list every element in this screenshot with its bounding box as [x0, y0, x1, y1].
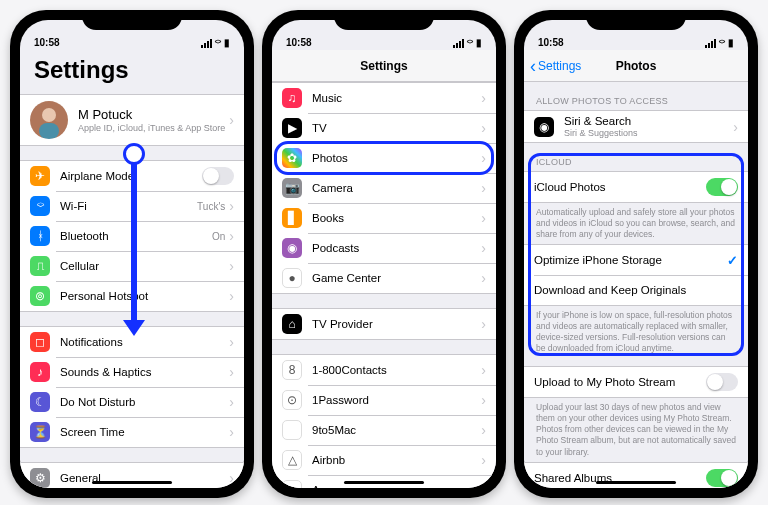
row-label: Bluetooth [60, 230, 212, 242]
1-800contacts-row[interactable]: 81-800Contacts [272, 355, 496, 385]
home-indicator[interactable] [344, 481, 424, 484]
bluetooth-row[interactable]: ᚼBluetoothOn [20, 221, 244, 251]
photos-row[interactable]: ✿Photos [272, 143, 496, 173]
apple-id-row[interactable]: M Potuck Apple ID, iCloud, iTunes & App … [20, 95, 244, 145]
notifications-icon: ◻ [30, 332, 50, 352]
photo-stream-toggle[interactable] [706, 373, 738, 391]
nav-title: Photos [616, 59, 657, 73]
storage-note: If your iPhone is low on space, full-res… [524, 306, 748, 358]
general-icon: ⚙ [30, 468, 50, 488]
sounds-haptics-row[interactable]: ♪Sounds & Haptics [20, 357, 244, 387]
tv-icon: ▶ [282, 118, 302, 138]
download-originals-row[interactable]: Download and Keep Originals [524, 275, 748, 305]
icloud-photos-note: Automatically upload and safely store al… [524, 203, 748, 244]
tvprovider-icon: ⌂ [282, 314, 302, 334]
row-label: Books [312, 212, 481, 224]
toggle[interactable] [202, 167, 234, 185]
tv-row[interactable]: ▶TV [272, 113, 496, 143]
chevron-right-icon [229, 198, 234, 214]
battery-icon: ▮ [728, 37, 734, 48]
row-label: Airplane Mode [60, 170, 202, 182]
row-label: Airbnb [312, 454, 481, 466]
row-label: 1Password [312, 394, 481, 406]
cellular-row[interactable]: ⎍Cellular [20, 251, 244, 281]
profile-name: M Potuck [78, 107, 229, 122]
music-row[interactable]: ♫Music [272, 83, 496, 113]
books-icon: ▋ [282, 208, 302, 228]
chevron-right-icon [481, 240, 486, 256]
chevron-right-icon [229, 288, 234, 304]
game-center-row[interactable]: ●Game Center [272, 263, 496, 293]
books-row[interactable]: ▋Books [272, 203, 496, 233]
home-indicator[interactable] [92, 481, 172, 484]
tv-provider-row[interactable]: ⌂TV Provider [272, 309, 496, 339]
wi-fi-row[interactable]: ⌔Wi-FiTuck's [20, 191, 244, 221]
screen-time-row[interactable]: ⏳Screen Time [20, 417, 244, 447]
general-row[interactable]: ⚙General [20, 463, 244, 488]
chevron-right-icon [229, 228, 234, 244]
chevron-right-icon [481, 210, 486, 226]
status-time: 10:58 [538, 37, 564, 48]
airplane-icon: ✈ [30, 166, 50, 186]
status-time: 10:58 [34, 37, 60, 48]
wifi-icon: ⌔ [719, 37, 725, 48]
airplane-mode-row[interactable]: ✈Airplane Mode [20, 161, 244, 191]
shared-albums-toggle[interactable] [706, 469, 738, 487]
row-label: Notifications [60, 336, 229, 348]
do-not-disturb-row[interactable]: ☾Do Not Disturb [20, 387, 244, 417]
screentime-icon: ⏳ [30, 422, 50, 442]
battery-icon: ▮ [224, 37, 230, 48]
shared-albums-row[interactable]: Shared Albums [524, 463, 748, 488]
personal-hotspot-row[interactable]: ⊚Personal Hotspot [20, 281, 244, 311]
section-header-allow: Allow Photos to Access [524, 82, 748, 110]
nav-title: Settings [360, 59, 407, 73]
siri-icon: ◉ [534, 117, 554, 137]
notifications-row[interactable]: ◻Notifications [20, 327, 244, 357]
signal-icon [453, 39, 464, 48]
home-indicator[interactable] [596, 481, 676, 484]
row-label: Podcasts [312, 242, 481, 254]
chevron-right-icon [481, 150, 486, 166]
photo-stream-note: Upload your last 30 days of new photos a… [524, 398, 748, 461]
chevron-right-icon [229, 470, 234, 486]
phone-3-photos-settings: 10:58 ⌔ ▮ Settings Photos Allow Photos t… [514, 10, 758, 498]
photos-icon: ✿ [282, 148, 302, 168]
amazon-icon: a [282, 480, 302, 488]
chevron-right-icon [229, 112, 234, 128]
back-button[interactable]: Settings [530, 59, 581, 73]
chevron-right-icon [229, 394, 234, 410]
1password-icon: ⊙ [282, 390, 302, 410]
chevron-right-icon [481, 422, 486, 438]
camera-icon: 📷 [282, 178, 302, 198]
podcasts-row[interactable]: ◉Podcasts [272, 233, 496, 263]
row-label: Cellular [60, 260, 229, 272]
chevron-right-icon [481, 392, 486, 408]
phone-1-settings: 10:58 ⌔ ▮ Settings M Potuck Apple ID, iC… [10, 10, 254, 498]
airbnb-icon: △ [282, 450, 302, 470]
siri-search-row[interactable]: ◉ Siri & Search Siri & Suggestions [524, 111, 748, 142]
photo-stream-row[interactable]: Upload to My Photo Stream [524, 367, 748, 397]
optimize-storage-row[interactable]: Optimize iPhone Storage [524, 245, 748, 275]
signal-icon [705, 39, 716, 48]
chevron-right-icon [481, 316, 486, 332]
wifi-icon: ⌔ [215, 37, 221, 48]
airbnb-row[interactable]: △Airbnb [272, 445, 496, 475]
phone-2-settings-apps: 10:58 ⌔ ▮ Settings ♫Music▶TV✿Photos📷Came… [262, 10, 506, 498]
icloud-photos-row[interactable]: iCloud Photos [524, 172, 748, 202]
camera-row[interactable]: 📷Camera [272, 173, 496, 203]
chevron-right-icon [481, 452, 486, 468]
sounds-icon: ♪ [30, 362, 50, 382]
section-header-icloud: iCloud [524, 143, 748, 171]
nav-bar: Settings Photos [524, 50, 748, 82]
row-label: Wi-Fi [60, 200, 197, 212]
profile-subtitle: Apple ID, iCloud, iTunes & App Store [78, 123, 229, 133]
row-label: TV Provider [312, 318, 481, 330]
1password-row[interactable]: ⊙1Password [272, 385, 496, 415]
dnd-icon: ☾ [30, 392, 50, 412]
chevron-right-icon [229, 334, 234, 350]
chevron-right-icon [229, 424, 234, 440]
gamecenter-icon: ● [282, 268, 302, 288]
row-label: TV [312, 122, 481, 134]
9to5mac-row[interactable]: 9to5Mac [272, 415, 496, 445]
icloud-photos-toggle[interactable] [706, 178, 738, 196]
